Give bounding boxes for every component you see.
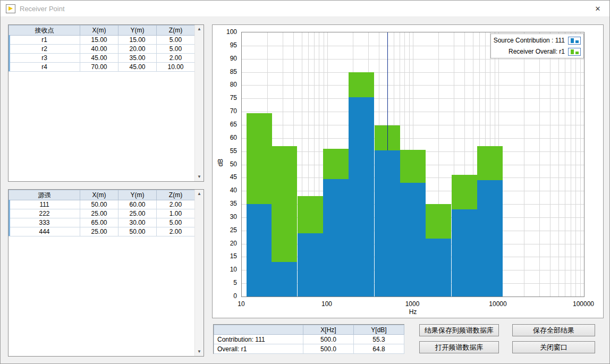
chart-legend: Source Contribution : 111 Receiver Overa… xyxy=(490,33,584,58)
v-gridline xyxy=(539,32,540,297)
contribution-bar xyxy=(426,239,451,297)
table-cell: 5.00 xyxy=(157,45,195,54)
table-row[interactable]: Overall: r1500.064.8 xyxy=(214,344,404,354)
col-header-z: Z(m) xyxy=(157,190,195,200)
overall-bar xyxy=(426,204,451,239)
y-tick-label: 35 xyxy=(213,200,237,207)
receiver-table-header-row: 接收点 X(m) Y(m) Z(m) xyxy=(9,26,195,36)
table-cell: 2.00 xyxy=(157,54,195,63)
table-cell: r1 xyxy=(9,36,80,45)
chart-panel: dB Hz Source Contribution : 111 Receiver… xyxy=(212,24,604,318)
y-tick-label: 45 xyxy=(213,173,237,181)
contribution-bar xyxy=(247,204,272,297)
contribution-bar xyxy=(272,262,297,297)
bar-plot-icon xyxy=(568,37,581,45)
source-scrollbar[interactable]: ▲ ▼ xyxy=(194,190,204,356)
table-row[interactable]: r345.0035.002.00 xyxy=(9,54,195,63)
close-icon[interactable]: ✕ xyxy=(592,4,603,14)
table-row[interactable]: 44425.0050.002.00 xyxy=(9,227,195,236)
table-cell: 65.00 xyxy=(80,218,118,227)
col-header-ydb: Y[dB] xyxy=(354,325,404,335)
y-tick-label: 0 xyxy=(213,292,237,300)
table-cell: 25.00 xyxy=(80,227,118,236)
source-table-panel: 源强 X(m) Y(m) Z(m) 11150.0060.002.0022225… xyxy=(8,189,204,357)
v-gridline xyxy=(558,32,559,297)
table-cell: 500.0 xyxy=(303,344,354,354)
table-cell: 1.00 xyxy=(157,209,195,218)
scroll-up-icon[interactable]: ▲ xyxy=(195,25,204,33)
y-tick-label: 80 xyxy=(213,81,237,88)
table-row[interactable]: Contribution: 111500.055.3 xyxy=(214,335,404,344)
table-cell: 15.00 xyxy=(80,36,118,45)
close-window-button[interactable]: 关闭窗口 xyxy=(512,341,595,353)
scroll-up-icon[interactable]: ▲ xyxy=(195,190,204,198)
table-cell: 55.3 xyxy=(354,335,404,344)
cursor-line[interactable] xyxy=(387,32,388,150)
y-tick-label: 25 xyxy=(213,226,237,234)
legend-item-contribution[interactable]: Source Contribution : 111 xyxy=(494,36,581,45)
table-cell: 20.00 xyxy=(118,45,157,54)
scroll-down-icon[interactable]: ▼ xyxy=(195,348,204,356)
cursor-table-panel: X[Hz] Y[dB] Contribution: 111500.055.3Ov… xyxy=(213,324,404,354)
y-tick-label: 55 xyxy=(213,147,237,155)
table-row[interactable]: r115.0015.005.00 xyxy=(9,36,195,45)
x-tick-label: 10000 xyxy=(489,300,506,308)
col-header-source: 源强 xyxy=(9,190,80,200)
y-tick-label: 95 xyxy=(213,41,237,49)
cursor-table: X[Hz] Y[dB] Contribution: 111500.055.3Ov… xyxy=(214,325,404,354)
play-arrow-icon xyxy=(9,6,13,11)
overall-bar xyxy=(247,113,272,204)
open-spectrum-db-button[interactable]: 打开频谱数据库 xyxy=(419,341,499,353)
receiver-scrollbar[interactable]: ▲ ▼ xyxy=(194,25,204,181)
save-all-results-button[interactable]: 保存全部结果 xyxy=(512,324,595,336)
y-tick-label: 50 xyxy=(213,160,237,168)
table-cell: 222 xyxy=(9,209,80,218)
table-cell: 60.00 xyxy=(118,200,157,209)
window-title: Receiver Point xyxy=(20,5,65,13)
y-tick-label: 10 xyxy=(213,266,237,273)
table-row[interactable]: 33365.0030.005.00 xyxy=(9,218,195,227)
table-cell: 70.00 xyxy=(80,63,118,72)
contribution-bar xyxy=(452,209,477,297)
contribution-bar xyxy=(400,183,426,297)
x-tick-label: 100000 xyxy=(573,300,594,308)
legend-item-overall[interactable]: Receiver Overall: r1 xyxy=(494,47,581,56)
table-cell: r2 xyxy=(9,45,80,54)
table-row[interactable]: r240.0020.005.00 xyxy=(9,45,195,54)
y-tick-label: 15 xyxy=(213,252,237,260)
overall-bar xyxy=(400,150,426,183)
table-cell: 500.0 xyxy=(303,335,354,344)
receiver-table-panel: 接收点 X(m) Y(m) Z(m) r115.0015.005.00r240.… xyxy=(8,24,204,182)
receiver-point-window: Receiver Point ✕ 接收点 X(m) Y(m) Z(m) r115… xyxy=(0,0,610,364)
col-header-xhz: X[Hz] xyxy=(303,325,354,335)
table-cell: 444 xyxy=(9,227,80,236)
bar-plot-icon xyxy=(568,48,581,56)
source-table-body: 11150.0060.002.0022225.0025.001.0033365.… xyxy=(9,200,195,236)
overall-bar xyxy=(272,146,297,263)
x-axis-title: Hz xyxy=(409,308,417,316)
overall-bar xyxy=(452,175,477,209)
table-row[interactable]: 22225.0025.001.00 xyxy=(9,209,195,218)
table-cell: 5.00 xyxy=(157,36,195,45)
col-header-x: X(m) xyxy=(80,26,118,36)
table-cell: 45.00 xyxy=(118,63,157,72)
col-header-x: X(m) xyxy=(80,190,118,200)
table-row[interactable]: 11150.0060.002.00 xyxy=(9,200,195,209)
x-tick-label: 10 xyxy=(238,300,244,308)
col-header-z: Z(m) xyxy=(157,26,195,36)
v-gridline xyxy=(550,32,550,297)
y-tick-label: 40 xyxy=(213,187,237,194)
table-row[interactable]: r470.0045.0010.00 xyxy=(9,63,195,72)
save-to-spectrum-db-button[interactable]: 结果保存到频谱数据库 xyxy=(419,324,499,336)
table-cell: Overall: r1 xyxy=(214,344,303,354)
scroll-down-icon[interactable]: ▼ xyxy=(195,173,204,181)
table-cell: 64.8 xyxy=(354,344,404,354)
v-gridline xyxy=(571,32,571,297)
selection-strip xyxy=(9,200,10,236)
table-cell: 45.00 xyxy=(80,54,118,63)
y-tick-label: 30 xyxy=(213,213,237,221)
plot-area[interactable] xyxy=(241,32,584,297)
titlebar[interactable]: Receiver Point ✕ xyxy=(1,1,609,17)
table-cell: 25.00 xyxy=(118,209,157,218)
table-cell: 333 xyxy=(9,218,80,227)
